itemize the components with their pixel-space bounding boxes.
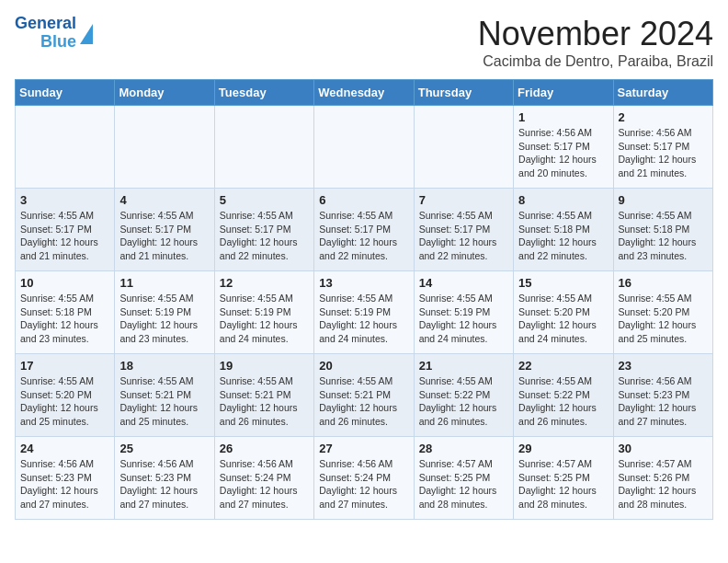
day-number: 10	[20, 276, 109, 290]
day-number: 29	[518, 442, 608, 455]
day-cell: 30Sunrise: 4:57 AM Sunset: 5:26 PM Dayli…	[613, 437, 712, 520]
day-info: Sunrise: 4:56 AM Sunset: 5:24 PM Dayligh…	[319, 457, 408, 511]
day-cell: 24Sunrise: 4:56 AM Sunset: 5:23 PM Dayli…	[16, 437, 115, 520]
day-number: 9	[619, 193, 708, 207]
day-cell: 4Sunrise: 4:55 AM Sunset: 5:17 PM Daylig…	[115, 189, 214, 271]
week-row-1: 1Sunrise: 4:56 AM Sunset: 5:17 PM Daylig…	[16, 106, 713, 189]
day-info: Sunrise: 4:57 AM Sunset: 5:25 PM Dayligh…	[518, 457, 608, 511]
day-info: Sunrise: 4:55 AM Sunset: 5:17 PM Dayligh…	[119, 209, 209, 263]
day-number: 20	[319, 359, 408, 373]
day-info: Sunrise: 4:55 AM Sunset: 5:18 PM Dayligh…	[20, 292, 109, 346]
day-cell: 21Sunrise: 4:55 AM Sunset: 5:22 PM Dayli…	[414, 354, 513, 437]
day-cell: 17Sunrise: 4:55 AM Sunset: 5:20 PM Dayli…	[16, 354, 115, 437]
month-title: November 2024	[478, 15, 713, 53]
calendar-header: SundayMondayTuesdayWednesdayThursdayFrid…	[16, 80, 713, 106]
title-area: November 2024 Cacimba de Dentro, Paraiba…	[478, 15, 713, 70]
day-number: 2	[619, 110, 708, 124]
day-number: 27	[319, 442, 408, 455]
day-cell: 11Sunrise: 4:55 AM Sunset: 5:19 PM Dayli…	[115, 271, 214, 354]
day-number: 4	[119, 193, 209, 207]
day-info: Sunrise: 4:56 AM Sunset: 5:17 PM Dayligh…	[619, 126, 708, 180]
day-cell: 2Sunrise: 4:56 AM Sunset: 5:17 PM Daylig…	[613, 106, 712, 189]
day-cell: 23Sunrise: 4:56 AM Sunset: 5:23 PM Dayli…	[613, 354, 712, 437]
day-number: 25	[119, 442, 209, 455]
day-cell	[314, 106, 414, 189]
day-number: 11	[119, 276, 209, 290]
day-info: Sunrise: 4:57 AM Sunset: 5:26 PM Dayligh…	[619, 457, 708, 511]
day-info: Sunrise: 4:55 AM Sunset: 5:20 PM Dayligh…	[20, 374, 109, 429]
day-number: 1	[518, 110, 608, 124]
day-cell: 8Sunrise: 4:55 AM Sunset: 5:18 PM Daylig…	[514, 189, 613, 271]
day-info: Sunrise: 4:55 AM Sunset: 5:18 PM Dayligh…	[518, 209, 608, 263]
day-number: 7	[419, 193, 508, 207]
day-cell: 27Sunrise: 4:56 AM Sunset: 5:24 PM Dayli…	[314, 437, 414, 520]
day-cell: 16Sunrise: 4:55 AM Sunset: 5:20 PM Dayli…	[613, 271, 712, 354]
week-row-4: 17Sunrise: 4:55 AM Sunset: 5:20 PM Dayli…	[16, 354, 713, 437]
day-cell: 7Sunrise: 4:55 AM Sunset: 5:17 PM Daylig…	[414, 189, 513, 271]
day-cell: 25Sunrise: 4:56 AM Sunset: 5:23 PM Dayli…	[115, 437, 214, 520]
day-cell: 28Sunrise: 4:57 AM Sunset: 5:25 PM Dayli…	[414, 437, 513, 520]
day-info: Sunrise: 4:55 AM Sunset: 5:17 PM Dayligh…	[20, 209, 109, 263]
day-cell: 12Sunrise: 4:55 AM Sunset: 5:19 PM Dayli…	[214, 271, 313, 354]
day-number: 14	[419, 276, 508, 290]
day-info: Sunrise: 4:55 AM Sunset: 5:22 PM Dayligh…	[518, 374, 608, 429]
day-info: Sunrise: 4:55 AM Sunset: 5:19 PM Dayligh…	[419, 292, 508, 346]
day-number: 21	[419, 359, 508, 373]
day-cell: 10Sunrise: 4:55 AM Sunset: 5:18 PM Dayli…	[16, 271, 115, 354]
day-header-thursday: Thursday	[414, 80, 513, 106]
day-cell: 6Sunrise: 4:55 AM Sunset: 5:17 PM Daylig…	[314, 189, 414, 271]
day-info: Sunrise: 4:55 AM Sunset: 5:20 PM Dayligh…	[518, 292, 608, 346]
day-number: 15	[518, 276, 608, 290]
day-info: Sunrise: 4:57 AM Sunset: 5:25 PM Dayligh…	[419, 457, 508, 511]
day-number: 17	[20, 359, 109, 373]
day-cell: 18Sunrise: 4:55 AM Sunset: 5:21 PM Dayli…	[115, 354, 214, 437]
day-number: 22	[518, 359, 608, 373]
day-number: 26	[220, 442, 309, 455]
day-cell: 1Sunrise: 4:56 AM Sunset: 5:17 PM Daylig…	[514, 106, 613, 189]
day-number: 8	[518, 193, 608, 207]
day-number: 6	[319, 193, 408, 207]
logo: General Blue	[15, 15, 93, 52]
day-number: 16	[619, 276, 708, 290]
day-info: Sunrise: 4:55 AM Sunset: 5:17 PM Dayligh…	[419, 209, 508, 263]
day-number: 18	[119, 359, 209, 373]
day-number: 13	[319, 276, 408, 290]
day-info: Sunrise: 4:55 AM Sunset: 5:19 PM Dayligh…	[119, 292, 209, 346]
day-cell	[115, 106, 214, 189]
logo-triangle-icon	[80, 24, 93, 44]
day-number: 12	[220, 276, 309, 290]
day-cell	[16, 106, 115, 189]
day-header-monday: Monday	[115, 80, 214, 106]
day-cell: 26Sunrise: 4:56 AM Sunset: 5:24 PM Dayli…	[214, 437, 313, 520]
day-cell: 15Sunrise: 4:55 AM Sunset: 5:20 PM Dayli…	[514, 271, 613, 354]
week-row-3: 10Sunrise: 4:55 AM Sunset: 5:18 PM Dayli…	[16, 271, 713, 354]
day-cell: 3Sunrise: 4:55 AM Sunset: 5:17 PM Daylig…	[16, 189, 115, 271]
day-number: 5	[220, 193, 309, 207]
day-header-wednesday: Wednesday	[314, 80, 414, 106]
day-number: 24	[20, 442, 109, 455]
day-number: 28	[419, 442, 508, 455]
day-cell: 9Sunrise: 4:55 AM Sunset: 5:18 PM Daylig…	[613, 189, 712, 271]
day-info: Sunrise: 4:55 AM Sunset: 5:19 PM Dayligh…	[220, 292, 309, 346]
page-header: General Blue November 2024 Cacimba de De…	[15, 15, 713, 70]
day-info: Sunrise: 4:56 AM Sunset: 5:23 PM Dayligh…	[119, 457, 209, 511]
day-number: 3	[20, 193, 109, 207]
day-info: Sunrise: 4:56 AM Sunset: 5:24 PM Dayligh…	[220, 457, 309, 511]
day-cell: 19Sunrise: 4:55 AM Sunset: 5:21 PM Dayli…	[214, 354, 313, 437]
day-info: Sunrise: 4:56 AM Sunset: 5:17 PM Dayligh…	[518, 126, 608, 180]
day-cell: 13Sunrise: 4:55 AM Sunset: 5:19 PM Dayli…	[314, 271, 414, 354]
day-cell: 20Sunrise: 4:55 AM Sunset: 5:21 PM Dayli…	[314, 354, 414, 437]
day-info: Sunrise: 4:55 AM Sunset: 5:18 PM Dayligh…	[619, 209, 708, 263]
day-info: Sunrise: 4:56 AM Sunset: 5:23 PM Dayligh…	[619, 374, 708, 429]
day-header-friday: Friday	[514, 80, 613, 106]
week-row-2: 3Sunrise: 4:55 AM Sunset: 5:17 PM Daylig…	[16, 189, 713, 271]
day-cell	[414, 106, 513, 189]
day-header-tuesday: Tuesday	[214, 80, 313, 106]
day-cell: 5Sunrise: 4:55 AM Sunset: 5:17 PM Daylig…	[214, 189, 313, 271]
day-number: 23	[619, 359, 708, 373]
day-info: Sunrise: 4:55 AM Sunset: 5:17 PM Dayligh…	[319, 209, 408, 263]
day-cell: 29Sunrise: 4:57 AM Sunset: 5:25 PM Dayli…	[514, 437, 613, 520]
day-number: 30	[619, 442, 708, 455]
day-header-saturday: Saturday	[613, 80, 712, 106]
day-info: Sunrise: 4:55 AM Sunset: 5:21 PM Dayligh…	[220, 374, 309, 429]
